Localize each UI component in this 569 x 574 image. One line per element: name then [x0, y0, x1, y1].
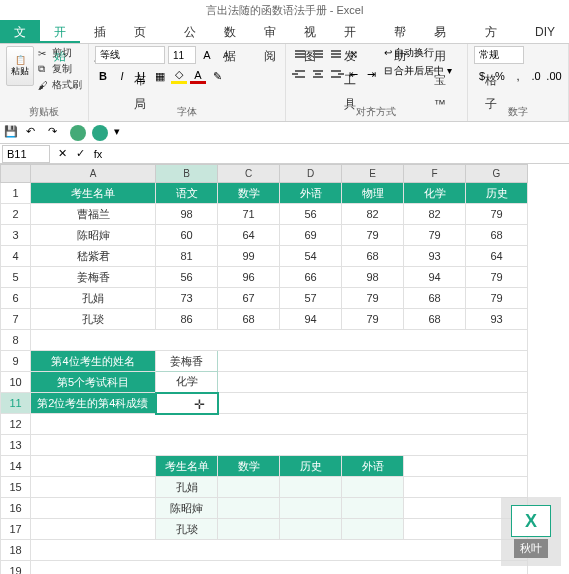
row-header-8[interactable]: 8	[1, 330, 31, 351]
cell[interactable]	[31, 456, 156, 477]
cell[interactable]: 第2位考生的第4科成绩	[31, 393, 156, 414]
row-header-13[interactable]: 13	[1, 435, 31, 456]
cell[interactable]: 曹福兰	[31, 204, 156, 225]
cell[interactable]: 数学	[218, 456, 280, 477]
cell[interactable]	[31, 330, 528, 351]
phonetic-button[interactable]: ✎	[209, 68, 225, 84]
tab-dev[interactable]: 开发工具	[330, 20, 380, 43]
cell[interactable]: 孔琰	[31, 309, 156, 330]
cell[interactable]	[31, 435, 528, 456]
row-header-14[interactable]: 14	[1, 456, 31, 477]
tab-help[interactable]: 帮助	[380, 20, 420, 43]
cell[interactable]: 54	[280, 246, 342, 267]
row-header-3[interactable]: 3	[1, 225, 31, 246]
cell[interactable]: 64	[218, 225, 280, 246]
row-header-16[interactable]: 16	[1, 498, 31, 519]
cell[interactable]: 68	[218, 309, 280, 330]
inc-decimal-button[interactable]: .0	[528, 68, 544, 84]
row-header-6[interactable]: 6	[1, 288, 31, 309]
cell[interactable]	[404, 477, 528, 498]
col-header-g[interactable]: G	[466, 165, 528, 183]
cell[interactable]	[404, 456, 528, 477]
comma-button[interactable]: ,	[510, 68, 526, 84]
paste-button[interactable]: 📋 粘贴	[6, 46, 34, 86]
cell[interactable]: 物理	[342, 183, 404, 204]
tab-diy[interactable]: DIY	[521, 20, 569, 43]
cell[interactable]: 外语	[280, 183, 342, 204]
tab-review[interactable]: 审阅	[250, 20, 290, 43]
save-icon[interactable]: 💾	[4, 125, 20, 141]
cell[interactable]	[280, 498, 342, 519]
select-all-corner[interactable]	[1, 165, 31, 183]
col-header-f[interactable]: F	[404, 165, 466, 183]
cell[interactable]: 60	[156, 225, 218, 246]
cell[interactable]: 陈昭婶	[156, 498, 218, 519]
cell[interactable]: 57	[280, 288, 342, 309]
cell[interactable]: 56	[156, 267, 218, 288]
cell[interactable]	[280, 477, 342, 498]
border-button[interactable]: ▦	[152, 68, 168, 84]
cancel-icon[interactable]: ✕	[54, 146, 70, 162]
formula-input[interactable]	[110, 145, 569, 163]
cell[interactable]: 68	[404, 309, 466, 330]
cell[interactable]: 历史	[280, 456, 342, 477]
align-middle-button[interactable]	[310, 47, 326, 61]
spreadsheet-grid[interactable]: A B C D E F G 1 考生名单 语文 数学 外语 物理 化学 历史 2…	[0, 164, 569, 574]
cell[interactable]: 98	[342, 267, 404, 288]
grow-font-button[interactable]: A	[199, 47, 215, 63]
row-header-15[interactable]: 15	[1, 477, 31, 498]
number-format-select[interactable]: 常规	[474, 46, 524, 64]
cell[interactable]: 化学	[156, 372, 218, 393]
cell[interactable]: 93	[466, 309, 528, 330]
cell[interactable]: 93	[404, 246, 466, 267]
cell[interactable]	[218, 372, 528, 393]
cell[interactable]: 79	[342, 225, 404, 246]
row-header-2[interactable]: 2	[1, 204, 31, 225]
cell[interactable]	[31, 519, 156, 540]
col-header-b[interactable]: B	[156, 165, 218, 183]
bold-button[interactable]: B	[95, 68, 111, 84]
tab-layout[interactable]: 页面布局	[120, 20, 170, 43]
undo-icon[interactable]: ↶	[26, 125, 42, 141]
fill-color-button[interactable]: ◇	[171, 68, 187, 84]
cell[interactable]: 孔娟	[31, 288, 156, 309]
cell[interactable]	[218, 393, 528, 414]
cell[interactable]	[218, 519, 280, 540]
cell[interactable]: 语文	[156, 183, 218, 204]
cell[interactable]: 82	[342, 204, 404, 225]
cell[interactable]: 79	[404, 225, 466, 246]
wrap-text-button[interactable]: ↩ 自动换行	[384, 46, 453, 60]
tab-home[interactable]: 开始	[40, 20, 80, 43]
name-box[interactable]: B11	[2, 145, 50, 163]
redo-icon[interactable]: ↷	[48, 125, 64, 141]
cell[interactable]	[218, 477, 280, 498]
row-header-12[interactable]: 12	[1, 414, 31, 435]
tab-file[interactable]: 文件	[0, 20, 40, 43]
cell[interactable]: 56	[280, 204, 342, 225]
col-header-e[interactable]: E	[342, 165, 404, 183]
row-header-9[interactable]: 9	[1, 351, 31, 372]
cell[interactable]: 陈昭婶	[31, 225, 156, 246]
cell[interactable]: 81	[156, 246, 218, 267]
cell[interactable]	[342, 477, 404, 498]
underline-button[interactable]: U	[133, 68, 149, 84]
tab-view[interactable]: 视图	[290, 20, 330, 43]
cell[interactable]: 姜梅香	[156, 351, 218, 372]
cell[interactable]	[280, 519, 342, 540]
tab-formulas[interactable]: 公式	[170, 20, 210, 43]
cell[interactable]: 86	[156, 309, 218, 330]
cut-button[interactable]: ✂剪切	[38, 46, 82, 60]
shrink-font-button[interactable]: A	[218, 47, 234, 63]
tab-yyb[interactable]: 易用宝 ™	[420, 20, 471, 43]
cell[interactable]: 考生名单	[156, 456, 218, 477]
cell[interactable]	[31, 477, 156, 498]
row-header-10[interactable]: 10	[1, 372, 31, 393]
cell[interactable]: 68	[466, 225, 528, 246]
merge-center-button[interactable]: ⊟ 合并后居中 ▾	[384, 64, 453, 78]
percent-button[interactable]: %	[492, 68, 508, 84]
row-header-18[interactable]: 18	[1, 540, 31, 561]
cell[interactable]: 姜梅香	[31, 267, 156, 288]
align-center-button[interactable]	[310, 67, 326, 81]
cell[interactable]: 68	[342, 246, 404, 267]
align-top-button[interactable]	[292, 47, 308, 61]
